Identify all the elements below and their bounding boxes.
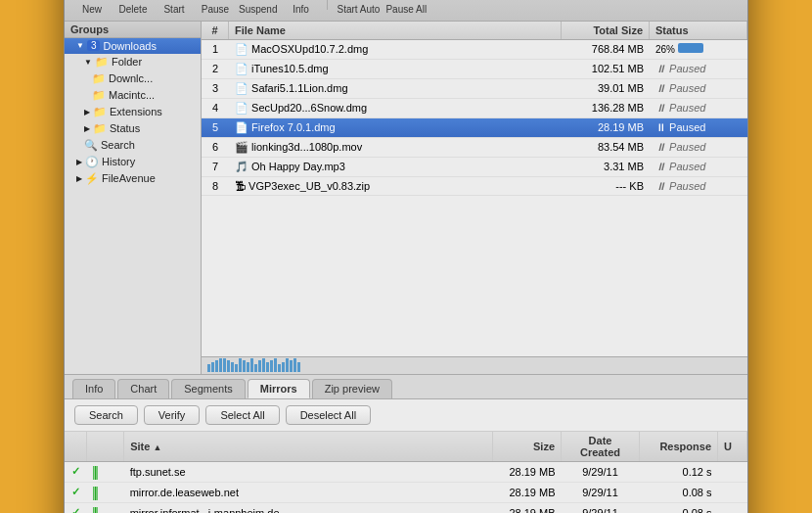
progress-block (266, 362, 269, 372)
star-icon: ⚡ (85, 172, 99, 185)
progress-block (282, 362, 285, 372)
tab-zip-preview[interactable]: Zip preview (312, 379, 392, 398)
mirror-site: mirror.de.leaseweb.net (124, 482, 493, 502)
col-header-site[interactable]: Site ▲ (124, 432, 493, 462)
table-row[interactable]: 1 📄 MacOSXUpd10.7.2.dmg 768.84 MB 26% (202, 40, 747, 60)
progress-block (270, 360, 273, 372)
sidebar-item-label: Downloads (103, 40, 156, 52)
table-row[interactable]: 5 📄 Firefox 7.0.1.dmg 28.19 MB ⏸ Paused (202, 118, 747, 138)
badge-icon: 3 (87, 40, 101, 51)
file-icon: 🎬 (235, 141, 248, 153)
folder-icon: 📁 (93, 106, 107, 118)
col-header-response[interactable]: Response (640, 432, 718, 462)
sidebar-item-status[interactable]: ▶ 📁 Status (65, 120, 201, 137)
tab-chart[interactable]: Chart (117, 379, 169, 398)
row-size: 768.84 MB (562, 40, 650, 58)
table-row[interactable]: 3 📄 Safari5.1.1Lion.dmg 39.01 MB ⏸ Pause… (202, 79, 747, 99)
sidebar-item-fileavenue[interactable]: ▶ ⚡ FileAvenue (65, 170, 201, 187)
row-status: ⏸ Paused (650, 79, 747, 97)
row-size: 39.01 MB (562, 79, 650, 97)
list-item[interactable]: ✓ ||| mirror.de.leaseweb.net 28.19 MB 9/… (65, 482, 747, 502)
toolbar-separator (327, 0, 328, 10)
table-row[interactable]: 7 🎵 Oh Happy Day.mp3 3.31 MB ⏸ Paused (202, 158, 747, 177)
sidebar-item-extensions[interactable]: ▶ 📁 Extensions (65, 104, 201, 120)
verify-button[interactable]: Verify (144, 405, 201, 425)
sidebar-item-downlc[interactable]: 📁 Downlc... (65, 70, 201, 87)
start-button[interactable]: Start (157, 0, 192, 15)
mirror-checkbox[interactable]: ✓ (65, 461, 86, 482)
file-icon: 🎵 (235, 161, 248, 172)
table-row[interactable]: 6 🎬 lionking3d...1080p.mov 83.54 MB ⏸ Pa… (202, 138, 747, 158)
file-icon: 📄 (235, 121, 248, 133)
info-button[interactable]: i Info (283, 0, 318, 15)
mirror-size: 28.19 MB (493, 502, 562, 513)
file-icon: 📄 (235, 102, 248, 114)
col-header-size: Total Size (562, 22, 650, 39)
pause-button[interactable]: Pause (198, 0, 233, 15)
bottom-panel: Search Verify Select All Deselect All Si… (65, 399, 747, 514)
file-icon: 📄 (235, 82, 248, 94)
mirror-size: 28.19 MB (493, 482, 562, 502)
row-name: 📄 SecUpd20...6Snow.dmg (229, 99, 562, 117)
sidebar-item-downloads[interactable]: ▼ 3 Downloads (65, 38, 201, 54)
mirrors-table: Site ▲ Size Date Created Response U ✓ ||… (65, 432, 747, 514)
select-all-button[interactable]: Select All (205, 405, 279, 425)
sidebar-item-search[interactable]: 🔍 Search (65, 137, 201, 154)
list-item[interactable]: ✓ ||| ftp.sunet.se 28.19 MB 9/29/11 0.12… (65, 461, 747, 482)
start-auto-button[interactable]: Start Auto (337, 0, 380, 15)
row-status: ⏸ Paused (650, 158, 747, 175)
pause-all-button[interactable]: Pause All (385, 0, 427, 15)
tabs-area: Info Chart Segments Mirrors Zip preview (65, 374, 747, 399)
row-size: 102.51 MB (562, 60, 650, 77)
mirror-checkbox[interactable]: ✓ (65, 502, 86, 513)
new-button[interactable]: + New (74, 0, 110, 15)
sidebar-item-folder[interactable]: ▼ 📁 Folder (65, 54, 201, 70)
col-header-status: Status (650, 22, 747, 39)
deselect-all-button[interactable]: Deselect All (286, 405, 371, 425)
row-name: 🎵 Oh Happy Day.mp3 (229, 158, 562, 176)
mirror-bar-icon: ||| (86, 461, 124, 482)
table-row[interactable]: 2 📄 iTunes10.5.dmg 102.51 MB ⏸ Paused (202, 60, 747, 79)
row-status: ⏸ Paused (650, 60, 747, 77)
sidebar-item-macintc[interactable]: 📁 Macintc... (65, 87, 201, 104)
search-action-button[interactable]: Search (74, 405, 138, 425)
sidebar-item-history[interactable]: ▶ 🕐 History (65, 154, 201, 170)
progress-block (235, 364, 238, 372)
sidebar-item-label: History (102, 156, 135, 167)
triangle-icon: ▶ (84, 124, 90, 133)
tab-mirrors[interactable]: Mirrors (248, 379, 310, 398)
delete-button[interactable]: ✕ Delete (115, 0, 151, 15)
progress-block (207, 364, 210, 372)
file-list-header: # File Name Total Size Status (202, 22, 747, 40)
row-size: 28.19 MB (562, 118, 650, 136)
mirror-checkbox[interactable]: ✓ (65, 482, 86, 502)
table-row[interactable]: 4 📄 SecUpd20...6Snow.dmg 136.28 MB ⏸ Pau… (202, 99, 747, 118)
mirror-size: 28.19 MB (493, 461, 562, 482)
file-icon: 📄 (235, 43, 248, 55)
tab-segments[interactable]: Segments (171, 379, 246, 398)
mirror-bar-icon: ||| (86, 502, 124, 513)
tab-info[interactable]: Info (72, 379, 115, 398)
col-header-url[interactable]: U (718, 432, 747, 462)
mirrors-scroll: Site ▲ Size Date Created Response U ✓ ||… (65, 432, 747, 514)
row-name: 📄 Firefox 7.0.1.dmg (229, 118, 562, 137)
progress-block (258, 360, 261, 372)
sidebar-item-label: FileAvenue (102, 172, 156, 184)
col-header-bar (86, 432, 124, 462)
table-row[interactable]: 8 🗜 VGP3exec_UB_v0.83.zip --- KB ⏸ Pause… (202, 177, 747, 196)
mirror-site: ftp.sunet.se (124, 461, 493, 482)
triangle-icon: ▼ (84, 58, 92, 67)
suspend-button[interactable]: Suspend (239, 0, 277, 15)
progress-blocks (207, 358, 300, 372)
row-status: ⏸ Paused (650, 118, 747, 136)
progress-block (297, 362, 300, 372)
row-name: 🗜 VGP3exec_UB_v0.83.zip (229, 177, 562, 195)
sidebar-item-label: Macintc... (109, 89, 155, 101)
list-item[interactable]: ✓ ||| mirror.informat...i-mannheim.de 28… (65, 502, 747, 513)
col-header-size[interactable]: Size (493, 432, 562, 462)
progress-block (278, 364, 281, 372)
row-name: 📄 iTunes10.5.dmg (229, 60, 562, 78)
col-header-date[interactable]: Date Created (562, 432, 640, 462)
mirror-date: 9/29/11 (562, 502, 640, 513)
file-list-body: 1 📄 MacOSXUpd10.7.2.dmg 768.84 MB 26% 2 … (202, 40, 747, 356)
